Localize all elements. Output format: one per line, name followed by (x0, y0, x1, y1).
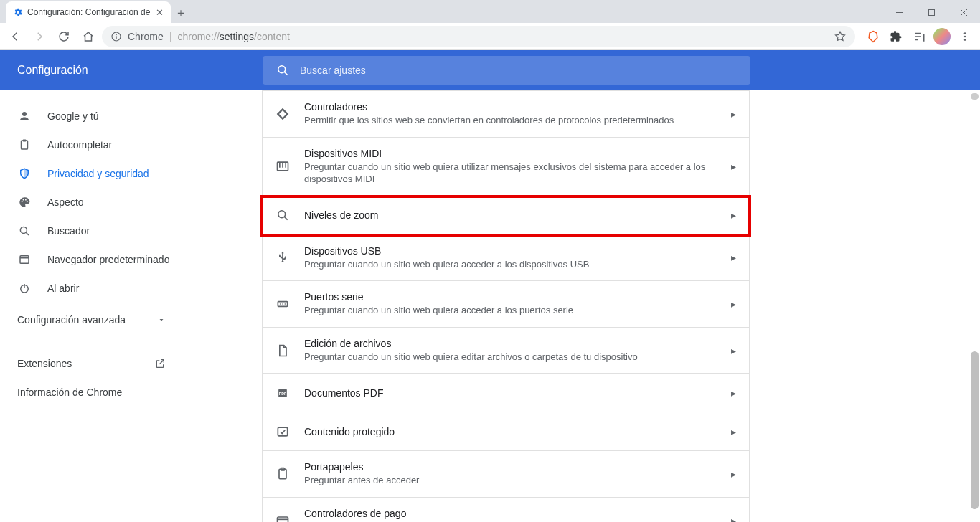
pdf-icon: PDF (275, 386, 290, 400)
sidebar-item-label: Privacidad y seguridad (47, 168, 149, 179)
reading-list-icon[interactable] (908, 26, 930, 47)
palette-icon (17, 196, 32, 209)
row-desc: Preguntar cuando un sitio web quiera uti… (304, 161, 717, 186)
row-zoom-levels[interactable]: Niveles de zoom ▸ (262, 196, 750, 235)
row-title: Documentos PDF (304, 387, 717, 399)
sidebar-item-label: Navegador predeterminado (47, 254, 169, 265)
sidebar-advanced-toggle[interactable]: Configuración avanzada (0, 303, 183, 337)
row-title: Dispositivos USB (304, 245, 717, 257)
row-title: Controladores de pago (304, 508, 717, 519)
shield-icon (17, 167, 32, 180)
chevron-right-icon: ▸ (731, 161, 736, 172)
svg-line-30 (285, 217, 288, 220)
payment-icon (275, 513, 290, 522)
row-title: Controladores (304, 101, 717, 113)
sidebar-item-default-browser[interactable]: Navegador predeterminado (0, 245, 190, 274)
row-clipboard[interactable]: Portapapeles Preguntar antes de acceder … (262, 451, 750, 498)
svg-point-33 (282, 303, 283, 305)
handler-icon (275, 107, 290, 121)
protected-icon (275, 424, 290, 439)
svg-point-15 (22, 201, 23, 202)
file-edit-icon (275, 343, 290, 358)
url-text: chrome://settings/content (177, 31, 289, 42)
chevron-right-icon: ▸ (731, 298, 736, 310)
sidebar-item-google[interactable]: Google y tú (0, 102, 190, 130)
browser-toolbar: Chrome | chrome://settings/content (0, 23, 980, 50)
row-title: Puertos serie (304, 291, 717, 303)
chevron-right-icon: ▸ (731, 426, 736, 437)
sidebar-item-search[interactable]: Buscador (0, 217, 190, 245)
row-payment-handlers[interactable]: Controladores de pago Permitir a los sit… (262, 498, 750, 522)
row-file-edit[interactable]: Edición de archivos Preguntar cuando un … (262, 328, 750, 374)
svg-rect-13 (22, 141, 28, 149)
zoom-icon (275, 208, 290, 222)
row-pdf[interactable]: PDF Documentos PDF ▸ (262, 374, 750, 412)
row-desc: Permitir que los sitios web se convierta… (304, 114, 717, 127)
svg-point-5 (116, 34, 117, 35)
sidebar-item-about[interactable]: Información de Chrome (0, 378, 183, 407)
svg-rect-14 (23, 140, 27, 142)
row-controladores[interactable]: Controladores Permitir que los sitios we… (262, 90, 750, 138)
sidebar-item-label: Buscador (47, 225, 90, 237)
reload-button[interactable] (53, 26, 75, 47)
settings-header: Configuración Buscar ajustes (0, 50, 980, 90)
sidebar-advanced-label: Configuración avanzada (17, 314, 126, 326)
back-button[interactable] (4, 26, 26, 47)
url-separator: | (169, 31, 172, 42)
maximize-button[interactable] (915, 1, 948, 23)
tab-title: Configuración: Configuración de (27, 7, 151, 17)
row-midi[interactable]: Dispositivos MIDI Preguntar cuando un si… (262, 138, 750, 196)
svg-point-16 (23, 199, 24, 201)
svg-point-17 (25, 199, 27, 201)
chevron-right-icon: ▸ (731, 252, 736, 263)
svg-text:PDF: PDF (279, 391, 286, 395)
row-title: Contenido protegido (304, 426, 717, 437)
svg-line-20 (26, 232, 29, 235)
row-usb[interactable]: Dispositivos USB Preguntar cuando un sit… (262, 235, 750, 282)
settings-search[interactable]: Buscar ajustes (263, 56, 750, 85)
clipboard-icon (17, 138, 32, 151)
sidebar-item-privacy[interactable]: Privacidad y seguridad (0, 159, 190, 188)
address-bar[interactable]: Chrome | chrome://settings/content (102, 26, 855, 47)
svg-rect-6 (116, 36, 116, 39)
svg-point-7 (964, 32, 966, 34)
content-scrollbar[interactable] (971, 93, 979, 100)
sidebar-item-on-startup[interactable]: Al abrir (0, 274, 190, 303)
sidebar-about-label: Información de Chrome (17, 386, 122, 398)
new-tab-button[interactable]: ＋ (171, 3, 191, 23)
window-controls (883, 1, 980, 23)
row-protected-content[interactable]: Contenido protegido ▸ (262, 412, 750, 451)
star-icon[interactable] (834, 30, 847, 43)
svg-point-32 (280, 303, 281, 305)
browser-tab[interactable]: Configuración: Configuración de ✕ (6, 1, 171, 23)
row-desc: Preguntar cuando un sitio web quiera acc… (304, 304, 717, 317)
sidebar-item-extensions[interactable]: Extensiones (0, 349, 183, 378)
sidebar-item-label: Google y tú (47, 110, 99, 122)
svg-point-34 (285, 303, 286, 305)
close-window-button[interactable] (948, 1, 980, 23)
forward-button[interactable] (29, 26, 50, 47)
search-icon (275, 63, 290, 77)
settings-content: Controladores Permitir que los sitios we… (190, 90, 980, 522)
content-scrollbar-thumb[interactable] (971, 351, 979, 509)
sidebar-item-autofill[interactable]: Autocompletar (0, 130, 190, 159)
row-title: Dispositivos MIDI (304, 148, 717, 159)
chevron-right-icon: ▸ (731, 209, 736, 221)
home-button[interactable] (77, 26, 99, 47)
extensions-icon[interactable] (885, 26, 907, 47)
profile-avatar[interactable] (931, 26, 953, 47)
minimize-button[interactable] (883, 1, 915, 23)
chrome-menu-button[interactable] (954, 26, 976, 47)
row-title: Niveles de zoom (304, 209, 717, 221)
sidebar-item-appearance[interactable]: Aspecto (0, 188, 190, 217)
svg-rect-21 (20, 256, 29, 264)
extension-brave-icon[interactable] (862, 26, 884, 47)
open-external-icon (154, 358, 166, 369)
row-title: Edición de archivos (304, 338, 717, 349)
svg-rect-37 (278, 427, 287, 436)
row-serial[interactable]: Puertos serie Preguntar cuando un sitio … (262, 281, 750, 328)
usb-icon (275, 250, 290, 265)
site-info-icon[interactable] (110, 31, 122, 42)
close-icon[interactable]: ✕ (156, 7, 164, 18)
svg-rect-1 (929, 9, 935, 15)
